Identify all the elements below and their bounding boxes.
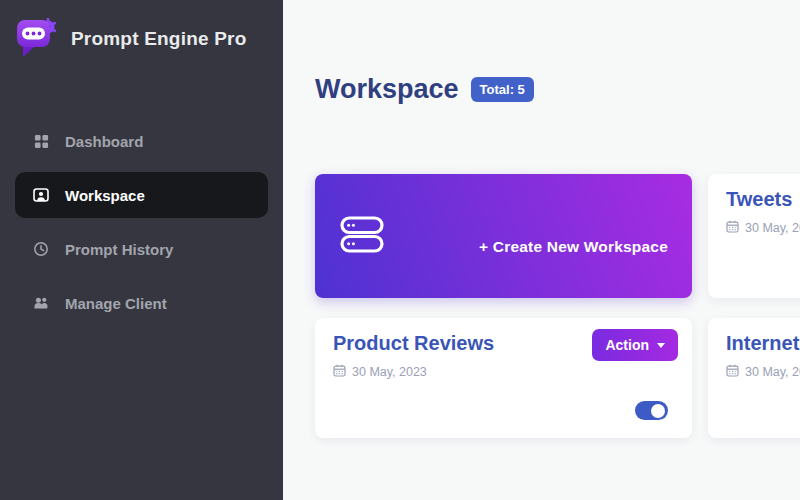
workspace-card-date-text: 30 May, 2023 xyxy=(745,365,800,379)
sidebar-menu: Dashboard Workspace xyxy=(0,118,283,326)
sidebar-item-manage-client[interactable]: Manage Client xyxy=(15,280,268,326)
workspace-icon xyxy=(33,187,49,203)
workspace-card-date: 30 May, 2023 xyxy=(333,364,674,380)
calendar-icon xyxy=(726,220,739,236)
sidebar-item-workspace[interactable]: Workspace xyxy=(15,172,268,218)
app-name: Prompt Engine Pro xyxy=(71,28,246,50)
total-badge: Total: 5 xyxy=(471,77,534,102)
workspace-card-title: Tweets xyxy=(726,188,800,211)
sidebar-item-label: Dashboard xyxy=(65,133,143,150)
workspace-enabled-toggle[interactable] xyxy=(635,401,668,420)
workspace-card-internet[interactable]: Internet 30 May, 2023 xyxy=(708,318,800,438)
users-icon xyxy=(33,295,49,311)
page-title: Workspace xyxy=(315,74,459,105)
sidebar-item-label: Manage Client xyxy=(65,295,167,312)
sidebar: Prompt Engine Pro Dashboard xyxy=(0,0,283,500)
chat-bubble-gear-icon xyxy=(14,14,60,64)
workspace-card-date: 30 May, 2023 xyxy=(726,220,800,236)
action-dropdown-button[interactable]: Action xyxy=(592,329,678,361)
workspace-card-tweets[interactable]: Tweets 30 May, 2023 xyxy=(708,174,800,298)
sidebar-item-dashboard[interactable]: Dashboard xyxy=(15,118,268,164)
workspace-card-date: 30 May, 2023 xyxy=(726,364,800,380)
page-header: Workspace Total: 5 xyxy=(315,74,534,105)
toggle-knob xyxy=(651,404,665,418)
app-logo: Prompt Engine Pro xyxy=(0,0,283,64)
sidebar-item-label: Workspace xyxy=(65,187,145,204)
chevron-down-icon xyxy=(657,343,665,348)
calendar-icon xyxy=(726,364,739,380)
create-workspace-card[interactable]: + Create New Workspace xyxy=(315,174,692,298)
main-content: Workspace Total: 5 + Create New Workspac… xyxy=(283,0,800,500)
workspace-card-title: Internet xyxy=(726,332,800,355)
clock-icon xyxy=(33,241,49,257)
server-stack-icon xyxy=(340,216,384,257)
action-button-label: Action xyxy=(605,337,649,353)
create-workspace-label: + Create New Workspace xyxy=(479,238,668,256)
grid-icon xyxy=(33,133,49,149)
sidebar-item-prompt-history[interactable]: Prompt History xyxy=(15,226,268,272)
calendar-icon xyxy=(333,364,346,380)
sidebar-item-label: Prompt History xyxy=(65,241,173,258)
workspace-card-product-reviews[interactable]: Product Reviews 30 May, 2023 Action xyxy=(315,318,692,438)
workspace-card-date-text: 30 May, 2023 xyxy=(745,221,800,235)
workspace-card-date-text: 30 May, 2023 xyxy=(352,365,427,379)
